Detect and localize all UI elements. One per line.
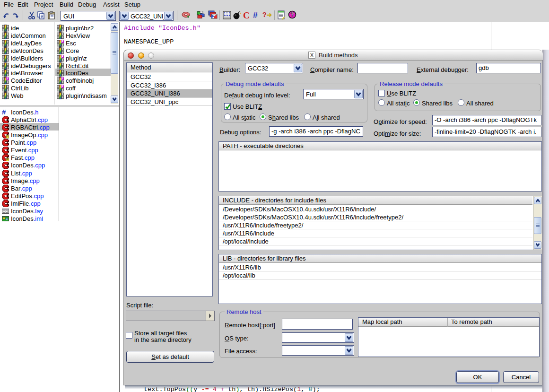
svg-text:?: ? — [290, 11, 294, 18]
